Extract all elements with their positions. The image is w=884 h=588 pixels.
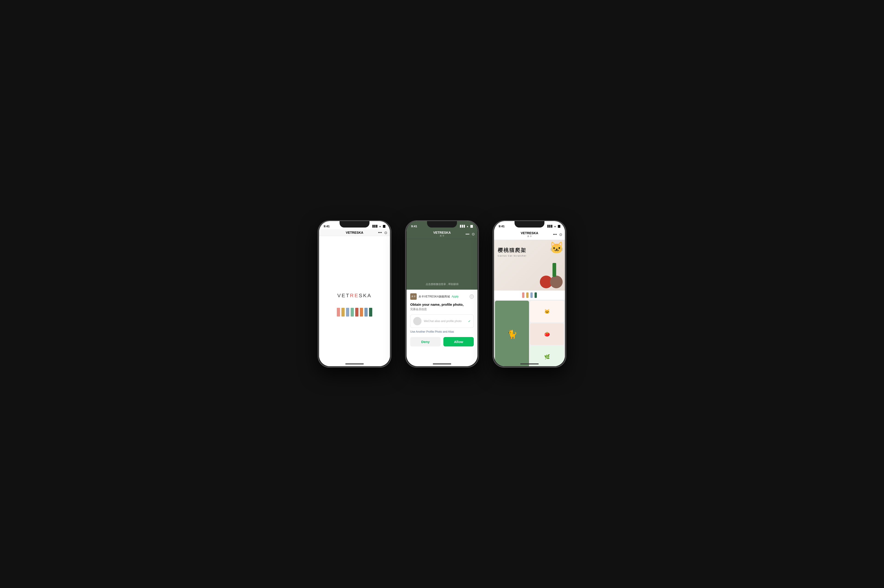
auth-apply-text: Apply: [452, 295, 459, 298]
phone-1-shell: 9:41 ▋▋▋ ▲ ▐█ VETRESKA ••• ⊙: [318, 220, 391, 368]
product-icon-2: 🍅: [544, 331, 550, 337]
wechat-subtitle-2: 未 卡: [433, 234, 451, 237]
cactus-product: [540, 276, 562, 288]
grid-item-2[interactable]: 🍅: [530, 323, 564, 345]
cat-image: 🐱: [550, 241, 564, 254]
phone-2-shell: 9:41 ▋▋▋ ▲ ▐█ VETRESKA 未 卡 ••• ⊙: [405, 220, 479, 368]
color-bar-2: [341, 308, 344, 316]
wechat-nav-bar-3: VETRESKA 未 卡 ••• ⊙: [494, 230, 565, 240]
auth-title: Obtain your name, profile photo,: [410, 303, 474, 306]
target-icon[interactable]: ⊙: [384, 231, 387, 235]
target-icon-2[interactable]: ⊙: [472, 232, 475, 236]
status-icons-2: ▋▋▋ ▲ ▐█: [460, 225, 473, 228]
wifi-icon: ▲: [379, 225, 381, 228]
time-2: 9:41: [411, 225, 417, 228]
profile-row: WeChat alias and profile photo ✓: [410, 315, 474, 328]
deny-button[interactable]: Deny: [410, 337, 440, 346]
auth-app-icon: 木卡: [410, 293, 417, 300]
vol-up-button-3: [493, 244, 493, 250]
logo-ska: SKA: [359, 292, 372, 298]
grid-cat-item[interactable]: 🐈: [495, 301, 529, 366]
home-indicator-3: [520, 363, 539, 364]
color-dot-1[interactable]: [522, 292, 525, 298]
more-icon[interactable]: •••: [378, 231, 382, 235]
time-3: 9:41: [499, 225, 505, 228]
wechat-bar-title-group-2: VETRESKA 未 卡: [433, 231, 451, 237]
product-icon-1: 🐱: [544, 309, 550, 314]
notch-3: [516, 221, 543, 227]
color-bar-8: [369, 308, 372, 316]
more-icon-2[interactable]: •••: [466, 232, 469, 236]
product-icon-3: 🌿: [544, 354, 550, 360]
color-bar-3: [346, 308, 349, 316]
app-icon-symbol: 木卡: [411, 295, 416, 298]
auth-app-info: 木卡 未卡VETRESKA旗舰商城 Apply: [410, 293, 459, 300]
cat-product-image: 🐈: [507, 329, 517, 339]
phone-2: 9:41 ▋▋▋ ▲ ▐█ VETRESKA 未 卡 ••• ⊙: [405, 220, 479, 368]
auth-info-icon[interactable]: ⓘ: [470, 294, 474, 298]
color-bar-7: [364, 308, 368, 316]
auth-subtitle: 完善会员信息: [410, 308, 474, 311]
wechat-nav-bar: VETRESKA ••• ⊙: [319, 230, 390, 236]
allow-button[interactable]: Allow: [444, 337, 474, 346]
wechat-nav-bar-2: VETRESKA 未 卡 ••• ⊙: [407, 230, 477, 239]
green-stem: [552, 263, 556, 277]
wechat-bar-icons-2: ••• ⊙: [466, 232, 475, 236]
grid-item-3[interactable]: 🌿: [530, 346, 564, 366]
auth-header: 木卡 未卡VETRESKA旗舰商城 Apply ⓘ: [410, 293, 474, 300]
brown-ball: [550, 276, 562, 288]
phone-2-screen: 9:41 ▋▋▋ ▲ ▐█ VETRESKA 未 卡 ••• ⊙: [407, 221, 477, 366]
vetreska-logo: VETRESKA: [337, 292, 371, 298]
login-hint-text: 点击授权微信登录，即刻获得: [425, 282, 459, 286]
hero-section: 🐱 樱桃猫爬架 Cactus Cat Scratcher: [494, 240, 565, 291]
phone1-main-content: VETRESKA: [319, 236, 390, 366]
signal-icon-2: ▋▋▋: [460, 225, 466, 228]
battery-icon-2: ▐█: [470, 225, 473, 228]
home-indicator-2: [433, 363, 451, 364]
grid-right-column: 🐱 🍅 🌿: [530, 301, 564, 366]
power-button: [391, 249, 391, 260]
phone2-green-area: 点击授权微信登录，即刻获得: [407, 239, 477, 290]
hero-title-chinese: 樱桃猫爬架: [498, 247, 527, 254]
wechat-title-2: VETRESKA: [433, 231, 451, 234]
status-bar: 9:41 ▋▋▋ ▲ ▐█: [319, 221, 390, 230]
use-another-link[interactable]: Use Another Profile Photo and Alias: [410, 330, 474, 333]
phone-1-screen: 9:41 ▋▋▋ ▲ ▐█ VETRESKA ••• ⊙: [319, 221, 390, 366]
phone-1: 9:41 ▋▋▋ ▲ ▐█ VETRESKA ••• ⊙: [318, 220, 391, 368]
auth-dialog: 木卡 未卡VETRESKA旗舰商城 Apply ⓘ Obtain your na…: [407, 290, 477, 350]
color-dot-4[interactable]: [535, 292, 537, 298]
wifi-icon-3: ▲: [554, 225, 556, 228]
target-icon-3[interactable]: ⊙: [559, 232, 562, 237]
home-indicator: [345, 363, 364, 364]
more-icon-3[interactable]: •••: [553, 232, 557, 237]
phones-container: 9:41 ▋▋▋ ▲ ▐█ VETRESKA ••• ⊙: [318, 220, 566, 368]
signal-icon-3: ▋▋▋: [547, 225, 553, 228]
battery-icon-3: ▐█: [557, 225, 560, 228]
auth-buttons: Deny Allow: [410, 337, 474, 346]
color-bar-4: [350, 308, 354, 316]
logo-vet: VET: [337, 292, 350, 298]
color-dot-3[interactable]: [531, 292, 533, 298]
status-icons-3: ▋▋▋ ▲ ▐█: [547, 225, 560, 228]
shop-product-grid: 🐈 🐱 🍅 🌿: [494, 300, 565, 366]
color-dots-row: [494, 291, 565, 300]
phone3-bar-icons: ••• ⊙: [553, 232, 562, 237]
wechat-bar-icons: ••• ⊙: [378, 231, 387, 235]
grid-item-1[interactable]: 🐱: [530, 301, 564, 322]
profile-check-icon: ✓: [468, 319, 471, 323]
wechat-bar-title-group: VETRESKA: [346, 231, 363, 234]
status-icons: ▋▋▋ ▲ ▐█: [373, 225, 385, 228]
phone3-main-content: 🐱 樱桃猫爬架 Cactus Cat Scratcher: [494, 240, 565, 366]
profile-placeholder: WeChat alias and profile photo: [424, 320, 468, 323]
wifi-icon-2: ▲: [466, 225, 469, 228]
wechat-bar-title-group-3: VETRESKA 未 卡: [521, 231, 538, 238]
wechat-title-3: VETRESKA: [521, 231, 538, 235]
color-bar-1: [337, 308, 340, 316]
time: 9:41: [324, 225, 330, 228]
phone-3: 9:41 ▋▋▋ ▲ ▐█ VETRESKA 未 卡 ••• ⊙: [493, 220, 566, 368]
color-bars: [337, 308, 372, 316]
battery-icon: ▐█: [382, 225, 385, 228]
color-dot-2[interactable]: [526, 292, 529, 298]
auth-app-name: 未卡VETRESKA旗舰商城: [418, 295, 450, 298]
signal-icon: ▋▋▋: [373, 225, 378, 228]
